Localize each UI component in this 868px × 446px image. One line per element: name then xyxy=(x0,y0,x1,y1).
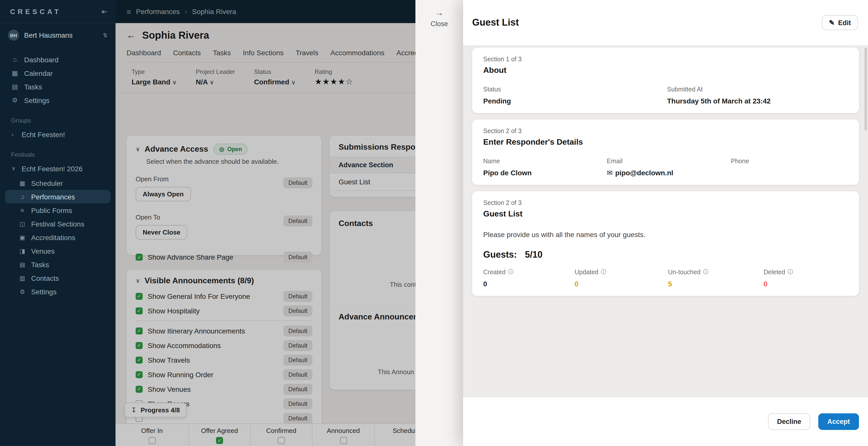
field-label: Phone xyxy=(731,158,848,165)
chevron-down-icon: ∨ xyxy=(11,165,17,172)
drawer-panel: Guest List ✎ Edit Section 1 of 3 About S… xyxy=(463,0,868,446)
field-phone: Phone xyxy=(731,158,848,177)
drawer-footer: Decline Accept xyxy=(463,397,868,446)
dashboard-icon: ⌂ xyxy=(11,56,19,63)
guests-label: Guests: xyxy=(483,250,517,260)
festival-nav: ▦ Scheduler ♫ Performances ≡ Public Form… xyxy=(0,175,116,298)
pencil-icon: ✎ xyxy=(829,19,835,27)
collapse-sidebar-icon[interactable]: ⇤ xyxy=(102,7,107,15)
guest-list-drawer: → Close Guest List ✎ Edit Section 1 of 3… xyxy=(415,0,868,446)
field-name: Name Pipo de Clown xyxy=(483,158,607,177)
sidebar-item-label: Contacts xyxy=(31,274,59,282)
sidebar-item-festival-tasks[interactable]: ▤ Tasks xyxy=(5,258,111,271)
sidebar-group-echt-feesten[interactable]: › Echt Feesten! xyxy=(0,128,116,141)
section-guest-list-card: Section 2 of 3 Guest List Please provide… xyxy=(472,191,859,296)
field-label: Submitted At xyxy=(667,86,848,93)
counter-created: Createdⓘ 0 xyxy=(483,268,575,288)
sidebar-item-label: Calendar xyxy=(24,69,53,77)
sidebar-item-settings[interactable]: ⚙ Settings xyxy=(5,93,111,107)
sidebar-item-tasks[interactable]: ▤ Tasks xyxy=(5,80,111,93)
avatar: BH xyxy=(8,30,19,41)
sidebar-item-performances[interactable]: ♫ Performances xyxy=(5,190,111,203)
field-label: Status xyxy=(483,86,667,93)
gear-icon: ⚙ xyxy=(19,288,26,295)
user-menu[interactable]: BH Bert Hausmans ⇅ xyxy=(0,23,116,46)
contact-card-icon: ▥ xyxy=(19,275,26,282)
sidebar-item-accreditations[interactable]: ▣ Accreditations xyxy=(5,230,111,244)
logo-row: CRESCAT ⇤ xyxy=(0,0,116,23)
main-nav: ⌂ Dashboard ▦ Calendar ▤ Tasks ⚙ Setting… xyxy=(0,46,116,107)
sidebar-item-venues[interactable]: ◨ Venues xyxy=(5,244,111,258)
sidebar-item-calendar[interactable]: ▦ Calendar xyxy=(5,66,111,80)
panel-scrollbar[interactable] xyxy=(865,48,867,131)
close-label: Close xyxy=(431,20,448,28)
sidebar-item-label: Tasks xyxy=(24,83,42,91)
section-title: Guest List xyxy=(483,210,848,219)
info-icon[interactable]: ⓘ xyxy=(601,268,607,276)
close-drawer-button[interactable]: → Close xyxy=(415,0,463,446)
field-label: Name xyxy=(483,158,607,165)
sidebar-item-label: Accreditations xyxy=(31,233,75,241)
festivals-section-label: Festivals xyxy=(0,141,116,162)
counter-value: 0 xyxy=(483,280,575,288)
sidebar-item-label: Dashboard xyxy=(24,56,59,64)
field-value: Pipo de Clown xyxy=(483,169,607,177)
section-kicker: Section 2 of 3 xyxy=(483,128,848,135)
field-email: Email ✉pipo@declown.nl xyxy=(607,158,731,177)
sidebar-item-festival-settings[interactable]: ⚙ Settings xyxy=(5,285,111,298)
sidebar-item-festival-sections[interactable]: ◫ Festival Sections xyxy=(5,217,111,230)
accept-button[interactable]: Accept xyxy=(818,413,859,430)
section-about-card: Section 1 of 3 About Status Pending Subm… xyxy=(472,48,859,113)
counter-deleted: Deletedⓘ 0 xyxy=(764,268,848,288)
sidebar-item-label: Venues xyxy=(31,247,55,255)
field-value: Pending xyxy=(483,97,667,105)
list-icon: ≡ xyxy=(19,207,26,214)
info-icon[interactable]: ⓘ xyxy=(508,268,514,276)
music-note-icon: ♫ xyxy=(19,193,26,200)
groups-section-label: Groups xyxy=(0,107,116,128)
section-title: Enter Responder's Details xyxy=(483,138,848,147)
field-label: Email xyxy=(607,158,731,165)
sidebar-item-contacts[interactable]: ▥ Contacts xyxy=(5,271,111,285)
info-icon[interactable]: ⓘ xyxy=(703,268,709,276)
tasks-icon: ▤ xyxy=(19,261,26,268)
counter-label: Created xyxy=(483,268,505,276)
sidebar: CRESCAT ⇤ BH Bert Hausmans ⇅ ⌂ Dashboard… xyxy=(0,0,116,446)
group-name: Echt Feesten! xyxy=(22,130,65,138)
sidebar-item-scheduler[interactable]: ▦ Scheduler xyxy=(5,176,111,190)
counter-value: 0 xyxy=(575,280,668,288)
crescat-logo: CRESCAT xyxy=(10,7,61,15)
app-root: CRESCAT ⇤ BH Bert Hausmans ⇅ ⌂ Dashboard… xyxy=(0,0,868,446)
speaker-icon: ◨ xyxy=(19,247,26,254)
sidebar-item-label: Festival Sections xyxy=(31,220,84,228)
calendar-icon: ▦ xyxy=(11,69,19,77)
drawer-header: Guest List ✎ Edit xyxy=(463,0,868,45)
scheduler-icon: ▦ xyxy=(19,180,26,187)
drawer-body: Section 1 of 3 About Status Pending Subm… xyxy=(463,45,868,397)
edit-button[interactable]: ✎ Edit xyxy=(822,15,858,30)
sidebar-item-public-forms[interactable]: ≡ Public Forms xyxy=(5,203,111,217)
decline-button[interactable]: Decline xyxy=(768,413,810,430)
tasks-icon: ▤ xyxy=(11,83,19,90)
sidebar-item-dashboard[interactable]: ⌂ Dashboard xyxy=(5,53,111,66)
field-submitted-at: Submitted At Thursday 5th of March at 23… xyxy=(667,86,848,105)
chevron-right-icon: › xyxy=(11,131,17,137)
festival-name: Echt Feesten! 2026 xyxy=(22,164,83,172)
counter-label: Updated xyxy=(575,268,598,276)
arrow-right-icon: → xyxy=(435,8,443,18)
section-kicker: Section 2 of 3 xyxy=(483,199,848,206)
mail-icon: ✉ xyxy=(607,169,613,177)
sidebar-item-label: Scheduler xyxy=(31,179,63,187)
guest-list-description: Please provide us with all the names of … xyxy=(483,230,848,238)
field-value: Thursday 5th of March at 23:42 xyxy=(667,97,848,105)
info-icon[interactable]: ⓘ xyxy=(787,268,793,276)
sections-icon: ◫ xyxy=(19,220,26,227)
counter-label: Deleted xyxy=(764,268,785,276)
email-link[interactable]: ✉pipo@declown.nl xyxy=(607,169,731,177)
sidebar-festival-echt-feesten-2026[interactable]: ∨ Echt Feesten! 2026 xyxy=(0,162,116,175)
field-status: Status Pending xyxy=(483,86,667,105)
badge-icon: ▣ xyxy=(19,234,26,241)
counter-label: Un-touched xyxy=(668,268,701,276)
sidebar-item-label: Settings xyxy=(24,96,50,104)
sidebar-item-label: Public Forms xyxy=(31,206,72,214)
